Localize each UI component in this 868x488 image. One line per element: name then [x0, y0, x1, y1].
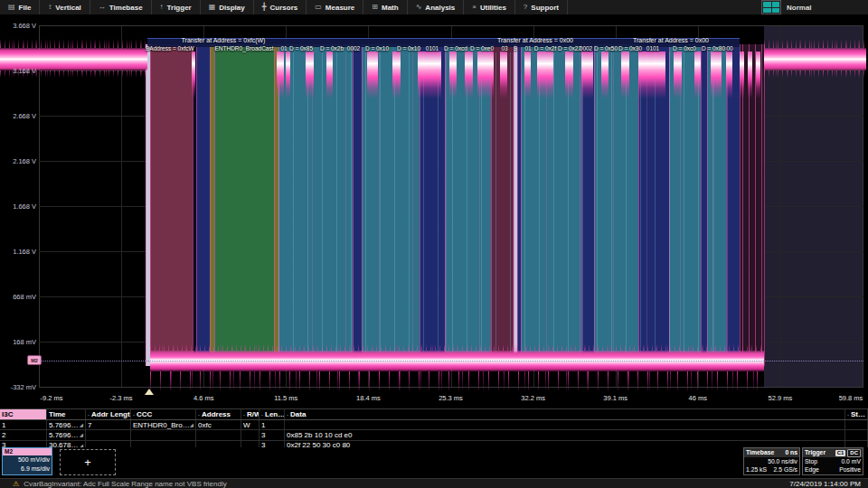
trigger-slope: Positive [839, 465, 861, 474]
decode-field-label: D = 0x80 [702, 45, 725, 52]
bottom-bar: M2 500 mV/div 6.9 ms/div + Timebase 0 ns… [0, 447, 868, 477]
decode-field-label: D = 0x10 [397, 45, 420, 52]
column-header-st[interactable]: -St… [845, 409, 868, 419]
grid-display-icon[interactable] [761, 0, 781, 14]
menu-item-label: Timebase [109, 4, 143, 12]
decode-field-label: S [514, 45, 517, 52]
decode-band-boundary [146, 44, 146, 366]
decode-table-row[interactable]: 15.7696…◢7ENTHDR0_Bro…◢0xfcW1 [0, 420, 868, 430]
menu-item-support[interactable]: ?Support [515, 0, 568, 14]
menu-item-utilities[interactable]: ×Utilities [464, 0, 515, 14]
column-header-len[interactable]: -Len… [259, 409, 285, 419]
table-cell: 3 [259, 430, 285, 439]
timebase-offset: 0 ns [785, 448, 797, 457]
decode-field-label: 0002 [580, 45, 592, 52]
decode-field-label: 00 [726, 45, 732, 52]
waveform-pulse [392, 52, 401, 99]
menu-item-file[interactable]: ▤File [0, 0, 40, 14]
decode-field-label: 0002 [347, 45, 360, 52]
timebase-title: Timebase [746, 448, 774, 457]
warning-icon: ⚠ [13, 480, 19, 488]
expand-icon[interactable]: ◢ [190, 422, 193, 427]
decode-table-row[interactable]: 25.7696…◢30x85 2b 10 10 cd e0 [0, 430, 868, 440]
menu-item-trigger[interactable]: ↑Trigger [152, 0, 201, 14]
table-cell [196, 430, 241, 439]
column-header-label: Len… [265, 410, 285, 418]
column-header-label: Addr Length [91, 410, 131, 418]
file-icon: ▤ [8, 4, 15, 11]
column-header-time[interactable]: Time [47, 409, 86, 419]
decode-band-boundary [196, 44, 197, 366]
x-axis-tick-label: 4.6 ms [193, 394, 214, 402]
column-header-label: Address [202, 410, 231, 418]
x-axis-tick-label: 46 ms [689, 394, 707, 402]
column-header-addrlength[interactable]: -Addr Length [86, 409, 131, 419]
decoder-name-header[interactable]: I3C [0, 409, 47, 419]
menu-item-vertical[interactable]: ↕Vertical [40, 0, 90, 14]
support-icon: ? [524, 4, 527, 11]
table-cell: 5.7696…◢ [47, 430, 86, 439]
waveform-pulse [306, 52, 314, 99]
add-trace-button[interactable]: + [60, 449, 116, 475]
menu-item-cursors[interactable]: ╋Cursors [254, 0, 307, 14]
analysis-icon: ∿ [416, 4, 422, 11]
column-header-ccc[interactable]: -CCC [131, 409, 196, 419]
decode-band-boundary [214, 44, 215, 366]
decode-table: I3CTime-Addr Length-CCC-Address-R/W-Len…… [0, 408, 868, 447]
waveform-pulse [581, 52, 593, 99]
menu-item-display[interactable]: ▦Display [201, 0, 254, 14]
timebase-per-div: 50.0 ns/div [768, 457, 797, 465]
waveform-pulse [537, 52, 553, 99]
gridline-h [39, 25, 863, 26]
menu-item-label: Math [382, 4, 399, 12]
waveform-pulse [601, 52, 609, 99]
waveform-noise [0, 39, 147, 48]
y-axis-tick-label: 3.668 V [0, 22, 36, 30]
column-header-rw[interactable]: -R/W [241, 409, 259, 419]
y-axis-tick-label: 668 mV [0, 293, 36, 301]
table-cell: W [241, 420, 259, 429]
decode-field-label: D = 0x22 [558, 45, 581, 52]
table-cell [86, 430, 131, 439]
x-axis-tick-label: 52.9 ms [769, 394, 793, 402]
decode-field-label: 0101 [426, 45, 439, 52]
plus-icon: + [84, 455, 91, 469]
trigger-type: Edge [805, 465, 819, 474]
display-mode-control[interactable]: Normal [761, 1, 812, 14]
math-icon: ⊞ [372, 4, 378, 11]
trigger-level: 0.0 mV [841, 457, 861, 465]
menu-item-math[interactable]: ⊞Math [363, 0, 407, 14]
waveform-pulse [726, 52, 732, 99]
expand-icon[interactable]: ◢ [80, 432, 83, 437]
expand-icon[interactable]: ◢ [80, 422, 83, 427]
waveform-plot[interactable]: 3.668 V3.168 V2.668 V2.168 V1.668 V1.168… [0, 18, 868, 390]
display-mode-label[interactable]: Normal [787, 4, 812, 12]
horizontal-scale-value: 6.9 ms/div [3, 465, 52, 474]
menu-item-measure[interactable]: ▭Measure [307, 0, 363, 14]
timebase-summary-box[interactable]: Timebase 0 ns 50.0 ns/div 1.25 kS 2.5 GS… [743, 447, 800, 475]
table-cell [845, 430, 868, 439]
column-divider-icon: - [847, 412, 849, 418]
trace-level-badge[interactable]: M2 [27, 355, 42, 365]
column-divider-icon: - [133, 412, 135, 418]
column-divider-icon: - [261, 412, 263, 418]
decode-field-label: D = 0xe0 [470, 45, 494, 52]
trigger-mode: Stop [805, 457, 817, 465]
column-header-address[interactable]: -Address [196, 409, 241, 419]
trace-descriptor-m2[interactable]: M2 500 mV/div 6.9 ms/div [2, 447, 52, 475]
clock: 7/24/2019 1:14:00 PM [789, 480, 861, 488]
waveform-noise [764, 70, 866, 78]
trigger-summary-box[interactable]: Trigger C1 DC Stop 0.0 mV Edge Positive [802, 447, 863, 475]
x-axis-tick-label: 18.4 ms [356, 394, 381, 402]
transfer-header-label: Transfer at Address = 0x00 [633, 37, 709, 43]
menu-item-timebase[interactable]: ↔Timebase [90, 0, 152, 14]
decode-table-header-row: I3CTime-Addr Length-CCC-Address-R/W-Len…… [0, 409, 868, 420]
decode-field-label: D = 0x2b [320, 45, 344, 52]
waveform-pulse [565, 52, 573, 99]
waveform-pulse [638, 52, 665, 99]
menu-item-label: Support [531, 4, 559, 12]
menu-item-analysis[interactable]: ∿Analysis [408, 0, 465, 14]
waveform-pulse [694, 52, 701, 99]
column-header-data[interactable]: -Data [285, 409, 845, 419]
trigger-coupling-badge: DC [847, 449, 861, 457]
